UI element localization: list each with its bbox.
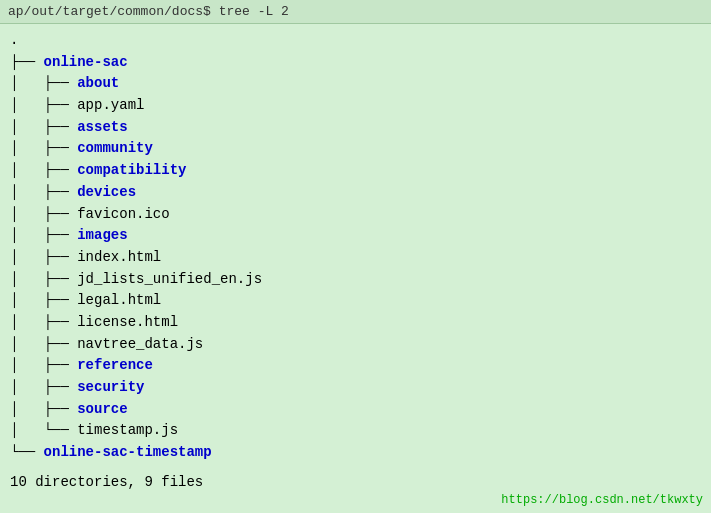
tree-prefix: │ ├── <box>10 138 77 160</box>
list-item: ├── online-sac <box>10 52 701 74</box>
dir-name: online-sac-timestamp <box>44 442 212 464</box>
dir-name: reference <box>77 355 153 377</box>
dir-name: source <box>77 399 127 421</box>
list-item: │ ├── compatibility <box>10 160 701 182</box>
tree-prefix: │ ├── <box>10 73 77 95</box>
list-item: │ ├── community <box>10 138 701 160</box>
title-bar-text: ap/out/target/common/docs$ tree -L 2 <box>8 4 289 19</box>
tree-prefix: └── <box>10 442 44 464</box>
tree-container: ├── online-sac│ ├── about│ ├── app.yaml│… <box>10 52 701 464</box>
list-item: └── online-sac-timestamp <box>10 442 701 464</box>
list-item: │ ├── navtree_data.js <box>10 334 701 356</box>
title-bar: ap/out/target/common/docs$ tree -L 2 <box>0 0 711 24</box>
list-item: │ ├── reference <box>10 355 701 377</box>
watermark: https://blog.csdn.net/tkwxty <box>501 493 703 507</box>
tree-prefix: │ ├── <box>10 269 77 291</box>
list-item: │ ├── source <box>10 399 701 421</box>
tree-prefix: │ └── <box>10 420 77 442</box>
file-name: timestamp.js <box>77 420 178 442</box>
list-item: │ ├── license.html <box>10 312 701 334</box>
file-name: license.html <box>77 312 178 334</box>
tree-prefix: │ ├── <box>10 225 77 247</box>
dot-line: . <box>10 30 701 52</box>
dir-name: devices <box>77 182 136 204</box>
tree-prefix: │ ├── <box>10 182 77 204</box>
list-item: │ ├── devices <box>10 182 701 204</box>
tree-prefix: │ ├── <box>10 160 77 182</box>
file-name: jd_lists_unified_en.js <box>77 269 262 291</box>
tree-prefix: │ ├── <box>10 204 77 226</box>
list-item: │ ├── legal.html <box>10 290 701 312</box>
file-name: navtree_data.js <box>77 334 203 356</box>
summary-line: 10 directories, 9 files <box>10 472 701 494</box>
file-name: index.html <box>77 247 161 269</box>
list-item: │ ├── security <box>10 377 701 399</box>
list-item: │ ├── about <box>10 73 701 95</box>
dir-name: online-sac <box>44 52 128 74</box>
list-item: │ ├── jd_lists_unified_en.js <box>10 269 701 291</box>
terminal-content: . ├── online-sac│ ├── about│ ├── app.yam… <box>0 24 711 499</box>
list-item: │ ├── favicon.ico <box>10 204 701 226</box>
terminal-window: ap/out/target/common/docs$ tree -L 2 . ├… <box>0 0 711 513</box>
tree-prefix: │ ├── <box>10 399 77 421</box>
list-item: │ ├── app.yaml <box>10 95 701 117</box>
dir-name: security <box>77 377 144 399</box>
dir-name: community <box>77 138 153 160</box>
tree-prefix: │ ├── <box>10 312 77 334</box>
list-item: │ └── timestamp.js <box>10 420 701 442</box>
dir-name: assets <box>77 117 127 139</box>
tree-prefix: │ ├── <box>10 334 77 356</box>
dir-name: about <box>77 73 119 95</box>
list-item: │ ├── images <box>10 225 701 247</box>
tree-prefix: │ ├── <box>10 377 77 399</box>
dir-name: images <box>77 225 127 247</box>
list-item: │ ├── assets <box>10 117 701 139</box>
tree-prefix: │ ├── <box>10 290 77 312</box>
tree-prefix: │ ├── <box>10 95 77 117</box>
file-name: app.yaml <box>77 95 144 117</box>
tree-prefix: │ ├── <box>10 117 77 139</box>
file-name: legal.html <box>77 290 161 312</box>
tree-prefix: │ ├── <box>10 247 77 269</box>
tree-prefix: │ ├── <box>10 355 77 377</box>
file-name: favicon.ico <box>77 204 169 226</box>
dir-name: compatibility <box>77 160 186 182</box>
list-item: │ ├── index.html <box>10 247 701 269</box>
tree-prefix: ├── <box>10 52 44 74</box>
